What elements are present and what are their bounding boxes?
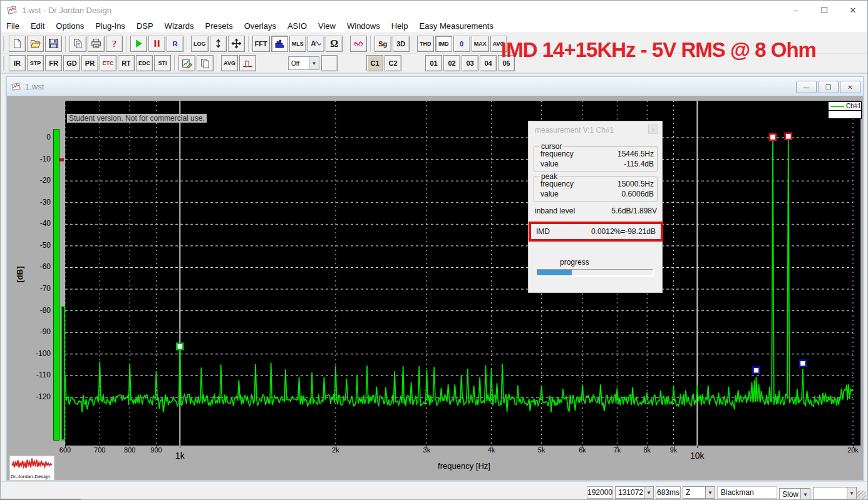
toolbar-button-reset[interactable]: R <box>167 36 183 52</box>
x-tickmark <box>336 446 336 448</box>
toolbar-button-channel-2[interactable]: C2 <box>385 55 401 71</box>
toolbar-button-ir[interactable]: IR <box>9 55 26 71</box>
maximize-button[interactable]: ☐ <box>810 1 839 19</box>
cursor-marker-1k[interactable] <box>177 344 183 350</box>
menu-item-options[interactable]: Options <box>50 20 90 32</box>
peak-marker-2[interactable] <box>785 133 792 140</box>
imd-value: 0.0012%=-98.21dB <box>591 227 656 236</box>
toolbar-separator <box>65 36 66 52</box>
pause-icon <box>152 38 162 49</box>
toolbar-button-play[interactable] <box>130 36 147 52</box>
toolbar-button-open[interactable] <box>27 36 44 52</box>
status-bar: 192000 131072▼ 683ms Z▼ Blackman Slow▼ ▼ <box>1 481 867 500</box>
close-button[interactable]: ✕ <box>839 1 867 19</box>
child-minimize-button[interactable]: — <box>796 81 817 93</box>
toolbar-button-log-scale[interactable]: LOG <box>191 36 209 52</box>
toolbar-button-mls[interactable]: MLS <box>289 36 306 52</box>
open-icon <box>30 38 41 49</box>
imd-product-marker-1[interactable] <box>753 367 760 374</box>
toolbar-button-overlay-3[interactable]: 03 <box>462 55 478 71</box>
legend-entry-ch1[interactable]: Ch#1 <box>828 101 862 111</box>
weighting-combo[interactable]: Z▼ <box>683 486 715 499</box>
toolbar-button-chart-export[interactable] <box>178 55 195 71</box>
menu-item-wizards[interactable]: Wizards <box>159 20 200 32</box>
spectrum-plot[interactable] <box>65 101 860 446</box>
toolbar-button-fft[interactable]: FFT <box>252 36 270 52</box>
toolbar-button-wave-tool[interactable] <box>350 36 367 52</box>
vertical-zoom-icon <box>213 38 224 49</box>
child-restore-button[interactable]: ❐ <box>818 81 839 93</box>
menu-item-view[interactable]: View <box>313 20 341 32</box>
minimize-button[interactable]: – <box>781 1 810 19</box>
toolbar-button-blank[interactable] <box>321 55 338 71</box>
smoothing-combo[interactable]: Off▼ <box>288 56 319 70</box>
toolbar-button-gate[interactable] <box>239 55 256 71</box>
toolbar-button-thd[interactable]: THD <box>417 36 434 52</box>
toolbar-button-zero[interactable]: 0 <box>453 36 470 52</box>
toolbar-button-signal-generator[interactable]: Sg <box>375 36 391 52</box>
toolbar-button-gd[interactable]: GD <box>63 55 80 71</box>
x-tickmark <box>130 446 130 448</box>
toolbar-button-signal-analyzer[interactable]: A <box>307 36 324 52</box>
peak-marker-1[interactable] <box>770 134 776 140</box>
menu-item-easy-measurements[interactable]: Easy Measurements <box>413 20 499 32</box>
toolbar-button-print[interactable] <box>88 36 105 52</box>
toolbar-button-edc[interactable]: EDC <box>136 55 153 71</box>
wave-tool-icon <box>353 38 364 49</box>
toolbar-button-impedance[interactable]: Ω <box>326 36 343 52</box>
measurement-panel-close-button[interactable]: x <box>648 125 658 134</box>
menu-item-help[interactable]: Help <box>386 20 414 32</box>
resize-grip[interactable] <box>857 491 866 499</box>
extra-combo[interactable]: ▼ <box>813 487 857 499</box>
toolbar-button-spectrum[interactable] <box>271 36 288 52</box>
child-close-button[interactable]: ✕ <box>840 81 860 93</box>
toolbar-button-rt[interactable]: RT <box>118 55 135 71</box>
samplerate-field: 192000 <box>587 486 613 499</box>
menu-item-plug-ins[interactable]: Plug-Ins <box>90 20 131 32</box>
legend-entry-empty[interactable] <box>828 111 862 119</box>
toolbar-button-fr[interactable]: FR <box>45 55 62 71</box>
toolbar-button-pan[interactable] <box>228 36 245 52</box>
toolbar-button-stp[interactable]: STP <box>27 55 44 71</box>
toolbar-button-channel-1[interactable]: C1 <box>366 55 383 71</box>
chevron-down-icon[interactable]: ▼ <box>309 56 319 70</box>
toolbar-button-overlay-2[interactable]: 02 <box>443 55 460 71</box>
toolbar-button-overlay-1[interactable]: 01 <box>425 55 442 71</box>
spectrum-trace-ch1 <box>65 136 853 412</box>
child-title-bar[interactable]: 1.wst <box>7 77 863 96</box>
toolbar-button-copy-pages[interactable] <box>197 55 214 71</box>
toolbar-button-avg2[interactable]: AVG <box>221 55 238 71</box>
toolbar-button-save[interactable] <box>45 36 62 52</box>
toolbar-button-help[interactable]: ? <box>106 36 123 52</box>
copy-pages-icon <box>200 58 210 69</box>
toolbar-separator <box>248 36 249 52</box>
chevron-down-icon[interactable]: ▼ <box>847 487 857 499</box>
toolbar-button-copy[interactable] <box>70 36 86 52</box>
menu-item-asio[interactable]: ASIO <box>282 20 313 32</box>
toolbar-button-3d-view[interactable]: 3D <box>393 36 410 52</box>
toolbar-button-etc[interactable]: ETC <box>100 55 116 71</box>
menu-item-windows[interactable]: Windows <box>341 20 386 32</box>
chevron-down-icon[interactable]: ▼ <box>800 488 810 500</box>
chevron-down-icon[interactable]: ▼ <box>644 486 654 499</box>
menu-item-overlays[interactable]: Overlays <box>239 20 282 32</box>
menu-item-file[interactable]: File <box>1 20 25 32</box>
fft-size-combo[interactable]: 131072▼ <box>615 486 654 499</box>
speed-combo[interactable]: Slow▼ <box>779 488 810 500</box>
menu-item-presets[interactable]: Presets <box>200 20 239 32</box>
toolbar-button-pause[interactable] <box>148 36 165 52</box>
measurement-heading: IMD 14+15KHz - 5V RMS @ 8 Ohm <box>482 38 835 62</box>
toolbar-button-sti[interactable]: STI <box>154 55 171 71</box>
y-tick--90: -90 <box>29 327 51 336</box>
toolbar-button-imd[interactable]: IMD <box>435 36 452 52</box>
toolbar-button-vertical-zoom[interactable] <box>210 36 227 52</box>
toolbar-button-pr[interactable]: PR <box>81 55 98 71</box>
svg-text:Ω: Ω <box>330 38 338 49</box>
toolbar-separator <box>217 55 218 71</box>
new-icon <box>12 38 23 49</box>
imd-product-marker-2[interactable] <box>800 360 806 367</box>
menu-item-dsp[interactable]: DSP <box>131 20 159 32</box>
toolbar-button-new[interactable] <box>9 36 26 52</box>
menu-item-edit[interactable]: Edit <box>25 20 50 32</box>
chevron-down-icon[interactable]: ▼ <box>705 486 715 499</box>
